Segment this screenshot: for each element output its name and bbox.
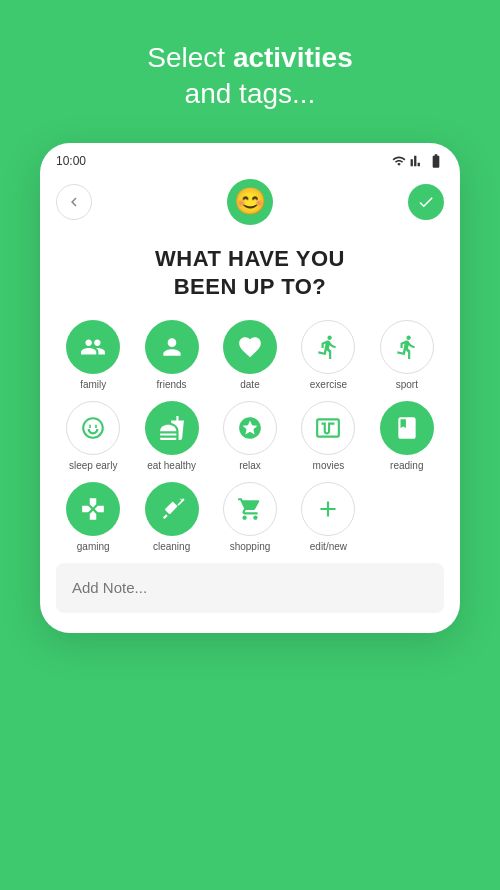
activity-icon-sport: [380, 320, 434, 374]
activity-shopping[interactable]: shopping: [213, 482, 287, 553]
activity-icon-exercise: [301, 320, 355, 374]
battery-icon: [428, 153, 444, 169]
check-icon: [417, 193, 435, 211]
header-tags-text: and tags...: [185, 78, 316, 109]
confirm-button[interactable]: [408, 184, 444, 220]
activity-movies[interactable]: movies: [291, 401, 365, 472]
emoji-face: 😊: [227, 179, 273, 225]
phone-mockup: 10:00 😊: [40, 143, 460, 633]
activity-icon-gaming: [66, 482, 120, 536]
nav-row: 😊: [56, 173, 444, 235]
signal-icon: [410, 154, 424, 168]
activity-icon-movies: [301, 401, 355, 455]
activity-relax[interactable]: relax: [213, 401, 287, 472]
wifi-icon: [392, 154, 406, 168]
activity-sleep-early[interactable]: sleep early: [56, 401, 130, 472]
header: Select activities and tags...: [0, 0, 500, 133]
activity-label-relax: relax: [239, 460, 261, 472]
activity-label-shopping: shopping: [230, 541, 271, 553]
activity-eat-healthy[interactable]: eat healthy: [134, 401, 208, 472]
time-display: 10:00: [56, 154, 86, 168]
activity-label-exercise: exercise: [310, 379, 347, 391]
activity-date[interactable]: date: [213, 320, 287, 391]
status-bar: 10:00: [40, 143, 460, 173]
activity-icon-eat-healthy: [145, 401, 199, 455]
activity-edit-new[interactable]: edit/new: [291, 482, 365, 553]
activity-icon-shopping: [223, 482, 277, 536]
activity-icon-edit-new: [301, 482, 355, 536]
back-icon: [65, 193, 83, 211]
activity-label-friends: friends: [157, 379, 187, 391]
header-select-text: Select: [147, 42, 233, 73]
activity-icon-family: [66, 320, 120, 374]
activity-sport[interactable]: sport: [370, 320, 444, 391]
activity-label-eat-healthy: eat healthy: [147, 460, 196, 472]
activity-exercise[interactable]: exercise: [291, 320, 365, 391]
question-text: WHAT HAVE YOUBEEN UP TO?: [56, 245, 444, 302]
activity-icon-cleaning: [145, 482, 199, 536]
activity-label-sport: sport: [396, 379, 418, 391]
add-note-bar: [56, 563, 444, 613]
phone-content: 😊 WHAT HAVE YOUBEEN UP TO? familyfriends…: [40, 173, 460, 633]
activity-label-date: date: [240, 379, 259, 391]
activity-icon-reading: [380, 401, 434, 455]
note-input[interactable]: [72, 579, 428, 596]
activity-label-edit-new: edit/new: [310, 541, 347, 553]
status-icons: [392, 153, 444, 169]
activity-icon-relax: [223, 401, 277, 455]
activity-icon-sleep-early: [66, 401, 120, 455]
activity-label-family: family: [80, 379, 106, 391]
activity-label-reading: reading: [390, 460, 423, 472]
back-button[interactable]: [56, 184, 92, 220]
activity-cleaning[interactable]: cleaning: [134, 482, 208, 553]
activity-label-movies: movies: [313, 460, 345, 472]
activity-reading[interactable]: reading: [370, 401, 444, 472]
header-title: Select activities and tags...: [20, 40, 480, 113]
activity-friends[interactable]: friends: [134, 320, 208, 391]
activities-grid: familyfriendsdateexercisesportsleep earl…: [56, 320, 444, 553]
activity-family[interactable]: family: [56, 320, 130, 391]
activity-gaming[interactable]: gaming: [56, 482, 130, 553]
header-bold: activities: [233, 42, 353, 73]
activity-label-gaming: gaming: [77, 541, 110, 553]
activity-label-cleaning: cleaning: [153, 541, 190, 553]
activity-label-sleep-early: sleep early: [69, 460, 117, 472]
activity-icon-friends: [145, 320, 199, 374]
activity-icon-date: [223, 320, 277, 374]
